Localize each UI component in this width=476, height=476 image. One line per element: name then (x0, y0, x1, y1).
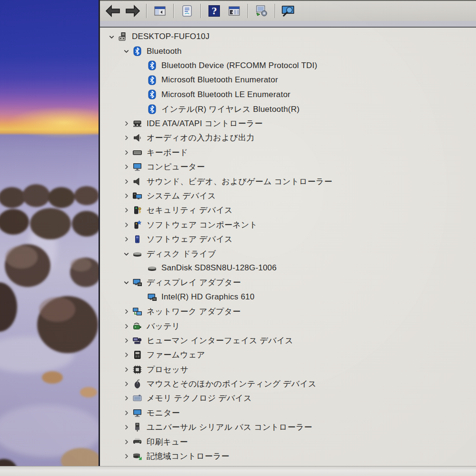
tree-item-label[interactable]: プロセッサ (147, 364, 188, 375)
tree-item-label[interactable]: キーボード (147, 147, 188, 158)
tree-item-label[interactable]: サウンド、ビデオ、およびゲーム コントローラー (147, 176, 332, 187)
tree-item-label[interactable]: オーディオの入力および出力 (147, 132, 255, 143)
tree-item-label[interactable]: Microsoft Bluetooth Enumerator (161, 75, 278, 85)
tree-item[interactable]: Microsoft Bluetooth LE Enumerator (100, 88, 476, 102)
tree-item[interactable]: キーボード (100, 145, 476, 159)
tree-item[interactable]: ソフトウェア デバイス (100, 232, 476, 246)
chevron-right-icon[interactable] (120, 437, 132, 446)
disk-drive-icon (147, 263, 157, 273)
tree-item-label[interactable]: セキュリティ デバイス (147, 205, 233, 216)
tree-item-label[interactable]: Bluetooth (147, 47, 182, 56)
tree-item[interactable]: SanDisk SD8SN8U-128G-1006 (100, 261, 476, 275)
tree-item-label[interactable]: ディスク ドライブ (147, 248, 216, 259)
tree-item[interactable]: プロセッサ (100, 362, 476, 377)
chevron-right-icon[interactable] (120, 452, 132, 461)
tree-item-label[interactable]: DESKTOP-FUFO10J (132, 32, 209, 41)
toolbar-scan-hardware-button[interactable] (252, 3, 270, 19)
tree-item-label[interactable]: Microsoft Bluetooth LE Enumerator (161, 90, 290, 99)
chevron-right-icon[interactable] (120, 134, 132, 142)
tree-item[interactable]: コンピューター (100, 160, 476, 174)
tree-item[interactable]: オーディオの入力および出力 (100, 131, 476, 145)
chevron-down-icon[interactable] (120, 278, 132, 287)
tree-item[interactable]: インテル(R) ワイヤレス Bluetooth(R) (100, 102, 476, 116)
toolbar-back-button[interactable] (104, 3, 122, 19)
tree-item[interactable]: ディスク ドライブ (100, 247, 476, 261)
tree-item[interactable]: サウンド、ビデオ、およびゲーム コントローラー (100, 174, 476, 188)
tree-item[interactable]: Microsoft Bluetooth Enumerator (100, 73, 476, 87)
chevron-down-icon[interactable] (120, 47, 132, 56)
tree-item-label[interactable]: Bluetooth Device (RFCOMM Protocol TDI) (161, 61, 317, 70)
chevron-right-icon[interactable] (120, 307, 132, 316)
chevron-right-icon[interactable] (120, 235, 132, 244)
tree-item[interactable]: Bluetooth (100, 44, 476, 58)
tree-item[interactable]: IDE ATA/ATAPI コントローラー (100, 116, 476, 130)
tree-item-label[interactable]: モニター (147, 407, 180, 418)
chevron-right-icon[interactable] (120, 423, 132, 432)
chevron-right-icon[interactable] (120, 380, 132, 388)
tree-item-label[interactable]: コンピューター (147, 161, 205, 172)
tree-item[interactable]: ネットワーク アダプター (100, 304, 476, 318)
toolbar-monitor-search-button[interactable] (279, 3, 298, 19)
tree-item-label[interactable]: マウスとそのほかのポインティング デバイス (147, 378, 317, 389)
tree-item-label[interactable]: IDE ATA/ATAPI コントローラー (147, 118, 263, 129)
tree-item[interactable]: 印刷キュー (100, 435, 476, 449)
tree-item[interactable]: ヒューマン インターフェイス デバイス (100, 333, 476, 347)
desktop-wallpaper (0, 0, 99, 476)
tree-item[interactable]: モニター (100, 406, 476, 420)
tree-item[interactable]: ソフトウェア コンポーネント (100, 218, 476, 232)
tree-item-label[interactable]: 記憶域コントローラー (147, 451, 229, 462)
tree-item-label[interactable]: ヒューマン インターフェイス デバイス (147, 335, 293, 346)
chevron-right-icon[interactable] (120, 177, 132, 186)
tree-item-label[interactable]: ディスプレイ アダプター (147, 277, 241, 288)
tree-item-label[interactable]: ファームウェア (147, 349, 205, 360)
chevron-right-icon[interactable] (120, 220, 132, 229)
chevron-right-icon[interactable] (120, 351, 132, 359)
chevron-right-icon[interactable] (120, 148, 132, 157)
tree-item[interactable]: マウスとそのほかのポインティング デバイス (100, 377, 476, 391)
tree-item[interactable]: セキュリティ デバイス (100, 203, 476, 218)
toolbar-separator (173, 4, 174, 18)
tree-item[interactable]: ファームウェア (100, 348, 476, 362)
tree-item-label[interactable]: ソフトウェア コンポーネント (147, 219, 258, 230)
tree-item-label[interactable]: ユニバーサル シリアル バス コントローラー (147, 422, 312, 433)
tree-item[interactable]: Bluetooth Device (RFCOMM Protocol TDI) (100, 59, 476, 73)
tree-item-label[interactable]: ソフトウェア デバイス (147, 234, 233, 245)
toolbar-console-window-button[interactable] (151, 3, 169, 19)
chevron-right-icon[interactable] (120, 336, 132, 345)
tree-item[interactable]: システム デバイス (100, 188, 476, 203)
tree-item-label[interactable]: Intel(R) HD Graphics 610 (161, 292, 255, 302)
tree-item-label[interactable]: バッテリ (147, 321, 180, 332)
tree-item-label[interactable]: 印刷キュー (147, 436, 188, 447)
tree-item[interactable]: ユニバーサル シリアル バス コントローラー (100, 420, 476, 435)
toolbar-help-button[interactable]: ? (205, 3, 223, 19)
chevron-right-icon[interactable] (120, 163, 132, 171)
window-panel-icon (228, 5, 240, 17)
tree-item-label[interactable]: SanDisk SD8SN8U-128G-1006 (161, 263, 277, 273)
toolbar-forward-button[interactable] (124, 3, 142, 19)
tree-item[interactable]: ディスプレイ アダプター (100, 276, 476, 290)
chevron-right-icon[interactable] (120, 119, 132, 128)
system-device-icon (132, 190, 142, 201)
tree-item[interactable]: DESKTOP-FUFO10J (100, 30, 476, 44)
chevron-down-icon[interactable] (106, 32, 117, 41)
toolbar-properties-button[interactable] (178, 3, 196, 19)
battery-icon (132, 321, 142, 331)
chevron-right-icon[interactable] (120, 191, 132, 200)
tree-item[interactable]: 記憶域コントローラー (100, 449, 476, 463)
tree-item-label[interactable]: システム デバイス (147, 190, 216, 201)
tree-item-label[interactable]: ネットワーク アダプター (147, 306, 241, 317)
chevron-right-icon[interactable] (120, 394, 132, 403)
tree-item[interactable]: Intel(R) HD Graphics 610 (100, 290, 476, 304)
tree-item[interactable]: メモリ テクノロジ デバイス (100, 391, 476, 406)
tree-item-label[interactable]: メモリ テクノロジ デバイス (147, 393, 252, 404)
chevron-right-icon[interactable] (120, 365, 132, 374)
chevron-right-icon[interactable] (120, 206, 132, 215)
tree-item[interactable]: バッテリ (100, 319, 476, 333)
chevron-right-icon[interactable] (120, 322, 132, 330)
chevron-right-icon[interactable] (120, 408, 132, 417)
console-window-icon (154, 5, 166, 17)
sunset-beach-image (0, 0, 99, 476)
chevron-down-icon[interactable] (120, 249, 132, 258)
tree-item-label[interactable]: インテル(R) ワイヤレス Bluetooth(R) (161, 104, 299, 115)
toolbar-window-panel-button[interactable] (225, 3, 243, 19)
